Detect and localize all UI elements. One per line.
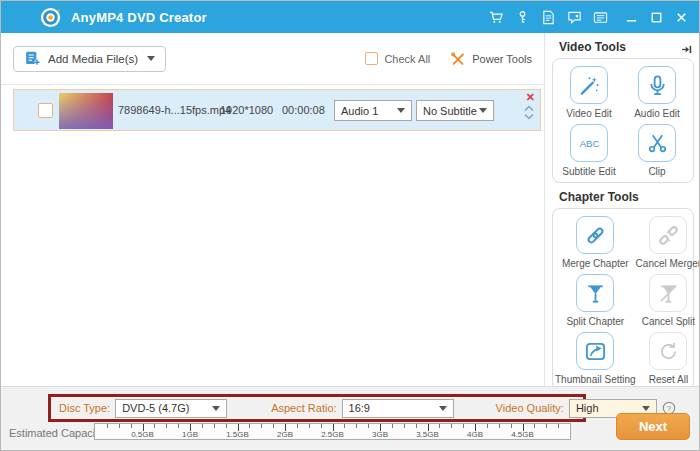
close-icon[interactable] <box>674 10 689 25</box>
minimize-icon[interactable] <box>624 10 639 25</box>
app-logo-icon <box>39 6 62 29</box>
chevron-down-icon <box>147 56 155 61</box>
tool-clip-button[interactable] <box>638 124 676 162</box>
tool-split-chapter-button[interactable] <box>576 274 614 312</box>
svg-text:ABC: ABC <box>579 137 599 148</box>
tool-label: Split Chapter <box>566 316 624 327</box>
window-title: AnyMP4 DVD Creator <box>71 10 207 25</box>
capacity-tick <box>451 424 452 428</box>
check-all-checkbox[interactable] <box>365 52 378 65</box>
capacity-tick <box>511 424 512 428</box>
capacity-tick <box>558 424 559 428</box>
chain-link-icon <box>584 224 607 247</box>
scissors-icon <box>646 132 669 155</box>
titlebar-window-controls <box>624 10 689 25</box>
tool-label: Reset All <box>649 374 688 385</box>
split-cancel-icon <box>657 282 680 305</box>
chapter-tools-header: Chapter Tools <box>559 190 700 204</box>
aspect-ratio-select[interactable]: 16:9 <box>342 399 454 418</box>
chapter-tools-grid: Merge ChapterCancel MergerSplit ChapterC… <box>552 208 694 391</box>
capacity-tick <box>273 424 274 428</box>
tool-label: Subtitle Edit <box>562 166 615 177</box>
subtitle-value: No Subtitle <box>423 105 477 117</box>
capacity-tick-label: 1.5GB <box>223 430 253 439</box>
disc-type-value: DVD-5 (4.7G) <box>122 402 189 414</box>
tool-merge-chapter: Merge Chapter <box>555 216 636 269</box>
tool-subtitle-edit: ABCSubtitle Edit <box>555 124 623 177</box>
row-checkbox[interactable] <box>38 103 53 118</box>
disc-type-label: Disc Type: <box>59 402 110 414</box>
capacity-tick <box>356 424 357 428</box>
capacity-tick <box>546 424 547 428</box>
svg-text:?: ? <box>667 404 672 413</box>
caret-down-icon <box>212 406 220 411</box>
next-button[interactable]: Next <box>616 413 690 440</box>
tool-thumbnail-setting-button[interactable] <box>576 332 614 370</box>
tool-video-edit: Video Edit <box>555 66 623 119</box>
aspect-ratio-label: Aspect Ratio: <box>271 402 336 414</box>
tool-merge-chapter-button[interactable] <box>576 216 614 254</box>
disc-type-select[interactable]: DVD-5 (4.7G) <box>115 399 227 418</box>
aspect-ratio-group: Aspect Ratio: 16:9 <box>271 399 453 418</box>
document-icon[interactable] <box>541 10 556 25</box>
capacity-tick <box>463 424 464 428</box>
media-row[interactable]: 7898649-h...15fps.mp4 1920*1080 00:00:08… <box>13 89 541 131</box>
capacity-tick-label: 2.5GB <box>318 430 348 439</box>
add-media-label: Add Media File(s) <box>48 53 138 65</box>
audio-track-value: Audio 1 <box>341 105 378 117</box>
capacity-tick <box>404 424 405 428</box>
collapse-panel-icon[interactable] <box>680 42 693 55</box>
tool-reset-all: Reset All <box>636 332 700 385</box>
duration-text: 00:00:08 <box>282 90 325 130</box>
app-window: AnyMP4 DVD Creator Add Media File(s) Che… <box>0 0 700 451</box>
power-tools-button[interactable]: Power Tools <box>450 51 532 67</box>
move-down-icon[interactable] <box>524 113 534 120</box>
tool-label: Cancel Merger <box>636 258 700 269</box>
capacity-tick <box>202 424 203 428</box>
resolution-text: 1920*1080 <box>220 90 273 130</box>
capacity-tick-label: 4GB <box>460 430 490 439</box>
maximize-icon[interactable] <box>649 10 664 25</box>
subtitle-select[interactable]: No Subtitle <box>416 100 494 121</box>
capacity-tick <box>107 424 108 428</box>
bottom-bar: Disc Type: DVD-5 (4.7G) Aspect Ratio: 16… <box>1 386 699 451</box>
chain-broken-icon <box>657 224 680 247</box>
capacity-tick <box>261 424 262 428</box>
reset-icon <box>657 340 680 363</box>
tool-thumbnail-setting: Thumbnail Setting <box>555 332 636 385</box>
tool-audio-edit-button[interactable] <box>638 66 676 104</box>
tool-subtitle-edit-button[interactable]: ABC <box>570 124 608 162</box>
add-media-button[interactable]: Add Media File(s) <box>13 46 166 72</box>
split-icon <box>584 282 607 305</box>
thumbnail-icon <box>584 340 607 363</box>
tool-cancel-merger-button <box>649 216 687 254</box>
tool-video-edit-button[interactable] <box>570 66 608 104</box>
capacity-tick <box>499 424 500 428</box>
capacity-tick <box>487 424 488 428</box>
tool-label: Merge Chapter <box>562 258 629 269</box>
aspect-ratio-value: 16:9 <box>349 402 370 414</box>
capacity-tick <box>166 424 167 428</box>
tool-reset-all-button <box>649 332 687 370</box>
capacity-tick-label: 0.5GB <box>128 430 158 439</box>
key-icon[interactable] <box>515 10 530 25</box>
capacity-tick <box>344 424 345 428</box>
titlebar: AnyMP4 DVD Creator <box>1 1 699 33</box>
notes-icon[interactable] <box>593 10 608 25</box>
cart-icon[interactable] <box>489 10 504 25</box>
disc-type-group: Disc Type: DVD-5 (4.7G) <box>59 399 227 418</box>
video-thumbnail <box>59 93 113 129</box>
tool-cancel-split: Cancel Split <box>636 274 700 327</box>
capacity-tick <box>368 424 369 428</box>
move-up-icon[interactable] <box>524 105 534 112</box>
feedback-icon[interactable] <box>567 10 582 25</box>
tool-label: Video Edit <box>566 108 611 119</box>
reorder-control <box>524 105 534 120</box>
capacity-tick <box>297 424 298 428</box>
check-all-toggle[interactable]: Check All <box>365 52 430 65</box>
abc-icon: ABC <box>578 132 601 155</box>
audio-track-select[interactable]: Audio 1 <box>334 100 412 121</box>
capacity-tick-label: 1GB <box>175 430 205 439</box>
delete-row-icon[interactable]: ✕ <box>526 90 535 104</box>
tool-audio-edit: Audio Edit <box>623 66 691 119</box>
